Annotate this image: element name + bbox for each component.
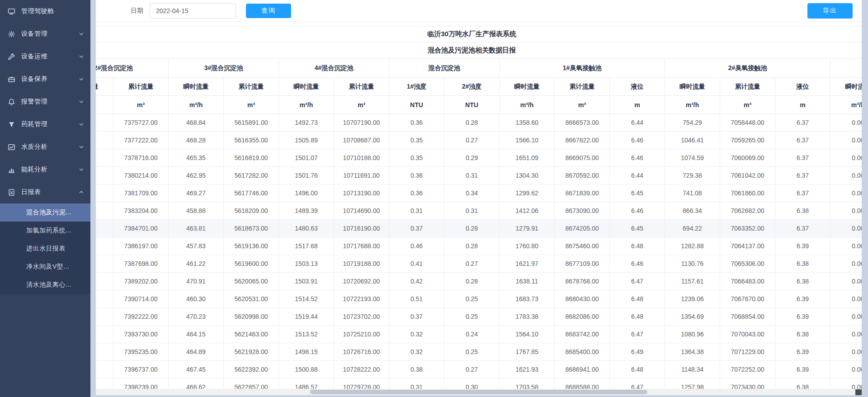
column-header: 累计流量 (720, 78, 775, 96)
scrollbar-corner (855, 389, 862, 395)
submenu-item-0[interactable]: 混合池及污泥... (0, 203, 90, 222)
column-header: 瞬时流量 (830, 78, 862, 96)
table-cell: 0.31 (444, 202, 500, 220)
table-cell: 7065306.00 (720, 255, 775, 273)
table-cell: 7392222.00 (113, 308, 169, 326)
table-cell: 729.38 (665, 167, 720, 184)
table-cell: 1503.91 (279, 273, 334, 290)
submenu-item-4[interactable]: 清水池及离心... (0, 276, 90, 294)
date-input[interactable] (150, 3, 236, 19)
table-cell: 8 (96, 255, 113, 273)
table-cell: 0.37 (389, 220, 444, 237)
table-row: 07395235.00464.895621928.001498.15107267… (96, 343, 862, 361)
sidebar-item-0[interactable]: 管理驾驶舱 (0, 0, 90, 23)
column-header: 液位 (610, 78, 665, 96)
table-cell: 7387698.00 (113, 255, 169, 273)
table-cell: 6.37 (775, 167, 830, 184)
table-cell: 5620531.00 (224, 290, 279, 308)
table-cell: 6.48 (610, 237, 665, 255)
table-cell: 6.46 (610, 132, 665, 149)
table-cell: 1503.13 (279, 255, 334, 273)
query-button[interactable]: 查询 (246, 4, 291, 18)
table-cell: 1480.63 (279, 220, 334, 237)
table-cell: 8682086.00 (555, 308, 610, 326)
table-cell: 10707190.00 (334, 114, 389, 132)
table-cell: 8678768.00 (555, 273, 610, 290)
table-cell: 7060069.00 (720, 149, 775, 167)
table-cell: 10716190.00 (334, 220, 389, 237)
table-cell: 7071229.00 (720, 343, 775, 361)
horizontal-scrollbar-track[interactable] (96, 389, 862, 395)
table-cell: 470.23 (169, 308, 224, 326)
export-button[interactable]: 导出 (807, 3, 853, 19)
table-cell: 7070043.00 (720, 326, 775, 343)
unit-header: m³/h (96, 96, 113, 114)
table-cell: 1621.97 (500, 255, 555, 273)
table-cell: 7058448.00 (720, 114, 775, 132)
unit-header: NTU (444, 96, 500, 114)
table-cell: 5 (96, 202, 113, 220)
table-cell: 6.49 (610, 343, 665, 361)
table-cell: 1489.39 (279, 202, 334, 220)
table-cell: 7381709.00 (113, 184, 169, 202)
table-cell: 6.37 (775, 184, 830, 202)
table-cell: 10717688.00 (334, 237, 389, 255)
table-cell: 1564.10 (500, 326, 555, 343)
table-cell: 0.00 (830, 202, 862, 220)
table-cell: 6.37 (775, 114, 830, 132)
table-cell: 0.00 (830, 308, 862, 326)
horizontal-scrollbar-thumb[interactable] (310, 390, 647, 394)
sidebar-item-2[interactable]: 设备运维 (0, 45, 90, 68)
sidebar-item-7[interactable]: 能耗分析 (0, 158, 90, 181)
unit-header: m (775, 96, 830, 114)
funnel-icon (7, 120, 15, 128)
unit-header: m³ (113, 96, 169, 114)
table-cell: 10713190.00 (334, 184, 389, 202)
table-cell: 7383204.00 (113, 202, 169, 220)
group-header: 4#混合沉淀池 (279, 59, 389, 78)
table-cell: 0.00 (830, 361, 862, 378)
table-cell: 6.48 (610, 308, 665, 326)
group-header: 3#混合沉淀池 (169, 59, 279, 78)
table-cell: 5617746.00 (224, 184, 279, 202)
table-cell: 0.42 (389, 273, 444, 290)
table-cell: 462.95 (169, 167, 224, 184)
table-cell: 0.46 (389, 237, 444, 255)
chevron-none-icon (79, 9, 84, 14)
table-cell: 8667822.00 (555, 132, 610, 149)
table-cell: 1130.76 (665, 255, 720, 273)
sidebar-item-4[interactable]: 报警管理 (0, 90, 90, 113)
table-cell: 6.44 (610, 114, 665, 132)
table-cell: 461.22 (169, 255, 224, 273)
table-cell: 6.45 (610, 220, 665, 237)
submenu-item-1[interactable]: 加氯加药系统... (0, 222, 90, 240)
table-cell: 1354.69 (665, 308, 720, 326)
table-cell: 10714690.00 (334, 202, 389, 220)
table-cell: 7067670.00 (720, 290, 775, 308)
table-cell: 467.45 (169, 361, 224, 378)
table-cell: 7061042.00 (720, 167, 775, 184)
unit-header: m³/h (665, 96, 720, 114)
sidebar-item-5[interactable]: 药耗管理 (0, 113, 90, 136)
table-cell: 1412.06 (500, 202, 555, 220)
submenu-item-3[interactable]: 净水间及V型... (0, 258, 90, 276)
table-cell: 1299.62 (500, 184, 555, 202)
table-cell: 0.31 (444, 167, 500, 184)
table-cell: 5617282.00 (224, 167, 279, 184)
table-cell: 0.00 (830, 326, 862, 343)
sidebar-item-6[interactable]: 水质分析 (0, 136, 90, 158)
chevron-up-icon (79, 189, 84, 195)
column-header: 1#浊度 (389, 78, 444, 96)
table-cell: 0.51 (389, 290, 444, 308)
table-cell: 5619136.00 (224, 237, 279, 255)
sidebar-item-8[interactable]: 日报表 (0, 181, 90, 203)
sidebar-item-label: 设备保养 (21, 75, 79, 83)
table-cell: 1517.68 (279, 237, 334, 255)
unit-header: m³/h (169, 96, 224, 114)
table-cell: 0.38 (389, 361, 444, 378)
sidebar-item-3[interactable]: 设备保养 (0, 68, 90, 90)
submenu-item-2[interactable]: 进出水日报表 (0, 240, 90, 258)
table-cell: 4 (96, 273, 113, 290)
sidebar-item-1[interactable]: 设备管理 (0, 23, 90, 45)
table-cell: 468.84 (169, 114, 224, 132)
